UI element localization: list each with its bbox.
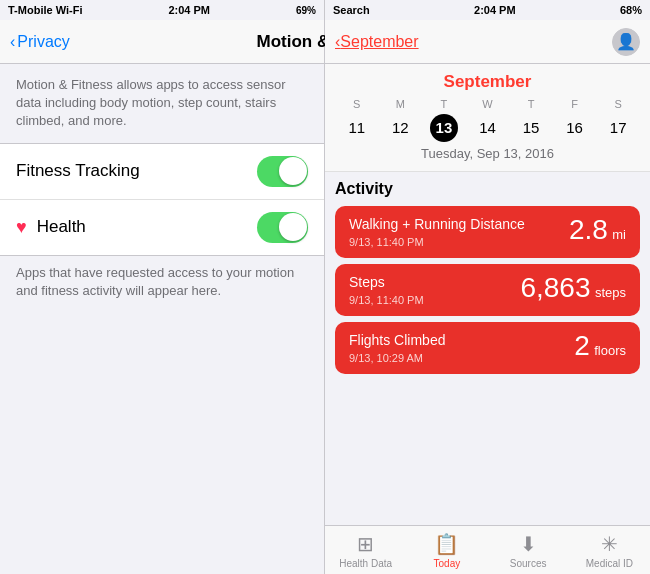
activity-card-steps[interactable]: Steps 9/13, 11:40 PM 6,863 steps bbox=[335, 264, 640, 316]
tab-today[interactable]: 📋 Today bbox=[406, 532, 487, 569]
fitness-tracking-toggle[interactable] bbox=[257, 156, 308, 187]
left-panel: T-Mobile Wi-Fi 2:04 PM 69% ‹ Privacy Mot… bbox=[0, 0, 325, 574]
carrier-left: T-Mobile Wi-Fi bbox=[8, 4, 82, 16]
back-label-left: Privacy bbox=[17, 33, 69, 51]
card-left-walking: Walking + Running Distance 9/13, 11:40 P… bbox=[349, 216, 525, 248]
weekday-t1: T bbox=[422, 98, 466, 110]
activity-card-flights[interactable]: Flights Climbed 9/13, 10:29 AM 2 floors bbox=[335, 322, 640, 374]
activity-card-walking[interactable]: Walking + Running Distance 9/13, 11:40 P… bbox=[335, 206, 640, 258]
tab-health-data-label: Health Data bbox=[339, 558, 392, 569]
health-toggle[interactable] bbox=[257, 212, 308, 243]
calendar-day-16[interactable]: 16 bbox=[553, 114, 597, 142]
fitness-tracking-label: Fitness Tracking bbox=[16, 161, 140, 181]
back-button-left[interactable]: ‹ Privacy bbox=[10, 33, 70, 51]
calendar-day-15[interactable]: 15 bbox=[509, 114, 553, 142]
calendar-weekdays: S M T W T F S bbox=[335, 98, 640, 110]
calendar-day-11[interactable]: 11 bbox=[335, 114, 379, 142]
battery-right: 68% bbox=[620, 4, 642, 16]
weekday-s1: S bbox=[335, 98, 379, 110]
calendar-day-14[interactable]: 14 bbox=[466, 114, 510, 142]
today-icon: 📋 bbox=[434, 532, 459, 556]
status-bar-right: Search 2:04 PM 68% bbox=[325, 0, 650, 20]
calendar-days: 11 12 13 14 15 16 17 bbox=[335, 114, 640, 142]
weekday-m: M bbox=[379, 98, 423, 110]
weekday-f: F bbox=[553, 98, 597, 110]
battery-left: 69% bbox=[296, 5, 316, 16]
tab-medical-id-label: Medical ID bbox=[586, 558, 633, 569]
activity-section: Activity Walking + Running Distance 9/13… bbox=[325, 172, 650, 525]
tab-health-data[interactable]: ⊞ Health Data bbox=[325, 532, 406, 569]
nav-bar-left: ‹ Privacy Motion & Fitness bbox=[0, 20, 324, 64]
card-value-steps: 6,863 steps bbox=[520, 274, 626, 302]
heart-icon: ♥ bbox=[16, 217, 27, 238]
card-left-flights: Flights Climbed 9/13, 10:29 AM bbox=[349, 332, 445, 364]
time-left: 2:04 PM bbox=[168, 4, 210, 16]
card-number-steps: 6,863 bbox=[520, 272, 590, 303]
card-time-walking: 9/13, 11:40 PM bbox=[349, 236, 525, 248]
health-data-icon: ⊞ bbox=[357, 532, 374, 556]
card-label-walking: Walking + Running Distance bbox=[349, 216, 525, 232]
card-number-flights: 2 bbox=[574, 330, 590, 361]
card-time-steps: 9/13, 11:40 PM bbox=[349, 294, 424, 306]
activity-title: Activity bbox=[335, 180, 640, 198]
health-description: Apps that have requested access to your … bbox=[0, 256, 324, 312]
chevron-left-icon: ‹ bbox=[10, 33, 15, 51]
calendar-day-17[interactable]: 17 bbox=[596, 114, 640, 142]
nav-bar-right: ‹ September 👤 bbox=[325, 20, 650, 64]
card-value-walking: 2.8 mi bbox=[569, 216, 626, 244]
avatar-icon: 👤 bbox=[616, 32, 636, 51]
weekday-s2: S bbox=[596, 98, 640, 110]
calendar-date-label: Tuesday, Sep 13, 2016 bbox=[335, 146, 640, 163]
tab-sources-label: Sources bbox=[510, 558, 547, 569]
medical-id-icon: ✳ bbox=[601, 532, 618, 556]
tab-medical-id[interactable]: ✳ Medical ID bbox=[569, 532, 650, 569]
card-unit-flights: floors bbox=[594, 343, 626, 358]
back-label-right: September bbox=[340, 33, 418, 51]
fitness-tracking-row: Fitness Tracking bbox=[0, 144, 324, 200]
card-label-flights: Flights Climbed bbox=[349, 332, 445, 348]
tab-today-label: Today bbox=[434, 558, 461, 569]
card-unit-steps: steps bbox=[595, 285, 626, 300]
card-label-steps: Steps bbox=[349, 274, 424, 290]
tab-bar: ⊞ Health Data 📋 Today ⬇ Sources ✳ Medica… bbox=[325, 525, 650, 574]
card-time-flights: 9/13, 10:29 AM bbox=[349, 352, 445, 364]
calendar-day-13[interactable]: 13 bbox=[430, 114, 458, 142]
battery-icons-left: 69% bbox=[296, 5, 316, 16]
left-description: Motion & Fitness allows apps to access s… bbox=[0, 64, 324, 143]
tab-sources[interactable]: ⬇ Sources bbox=[488, 532, 569, 569]
card-left-steps: Steps 9/13, 11:40 PM bbox=[349, 274, 424, 306]
calendar-month: September bbox=[335, 72, 640, 92]
health-label: ♥ Health bbox=[16, 217, 86, 238]
card-number-walking: 2.8 bbox=[569, 214, 608, 245]
calendar-day-12[interactable]: 12 bbox=[379, 114, 423, 142]
right-panel: Search 2:04 PM 68% ‹ September 👤 Septemb… bbox=[325, 0, 650, 574]
card-unit-walking: mi bbox=[612, 227, 626, 242]
weekday-t2: T bbox=[509, 98, 553, 110]
carrier-right: Search bbox=[333, 4, 370, 16]
time-right: 2:04 PM bbox=[474, 4, 516, 16]
calendar-section: September S M T W T F S 11 12 13 14 15 1… bbox=[325, 64, 650, 172]
back-button-right[interactable]: ‹ September bbox=[335, 33, 419, 51]
status-bar-left: T-Mobile Wi-Fi 2:04 PM 69% bbox=[0, 0, 324, 20]
user-avatar[interactable]: 👤 bbox=[612, 28, 640, 56]
settings-section: Fitness Tracking ♥ Health bbox=[0, 143, 324, 256]
card-value-flights: 2 floors bbox=[574, 332, 626, 360]
health-row: ♥ Health bbox=[0, 200, 324, 255]
weekday-w: W bbox=[466, 98, 510, 110]
sources-icon: ⬇ bbox=[520, 532, 537, 556]
